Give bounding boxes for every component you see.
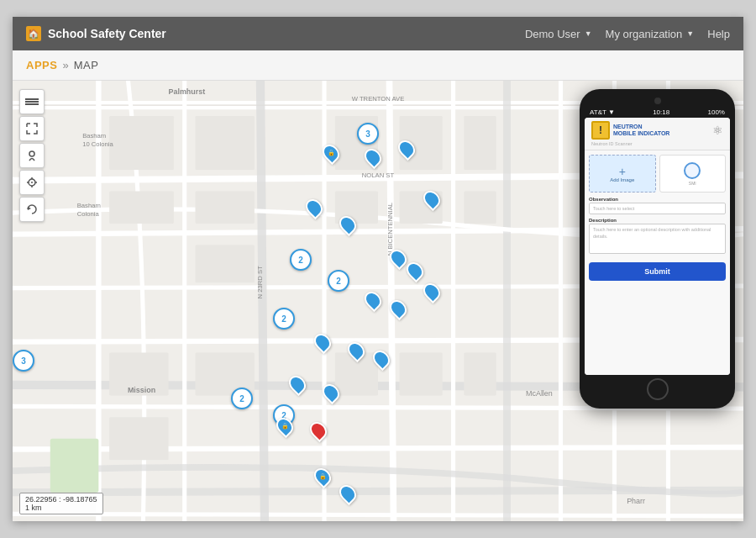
svg-rect-26 [196,192,255,224]
map-marker-4[interactable] [424,190,439,208]
phone-app-title: NEUTRON MOBILE INDICATOR [613,124,669,138]
map-marker-15[interactable] [290,375,305,393]
breadcrumb-apps[interactable]: Apps [26,59,57,71]
map-marker-20[interactable] [340,484,355,503]
description-row: Description Touch here to enter an optio… [589,218,726,254]
house-icon: 🏠 [26,26,41,41]
map-marker-9[interactable] [365,291,381,309]
svg-line-11 [13,514,743,516]
svg-text:Basham: Basham [77,202,101,209]
demo-user-link[interactable]: Demo User ▼ [525,28,592,40]
map-marker-12[interactable] [315,333,330,351]
svg-text:McAllen: McAllen [526,389,553,398]
svg-rect-33 [464,192,496,224]
observation-row: Observation Touch here to select [589,197,726,214]
svg-rect-58 [25,103,39,105]
phone-camera-top [654,98,661,104]
cluster-marker-2c[interactable]: 2 [273,308,295,330]
phone-home-button[interactable] [647,378,669,400]
svg-text:Palmhurst: Palmhurst [169,87,206,96]
phone-app-header-row: ! NEUTRON MOBILE INDICATOR ⚛ [591,121,723,140]
layers-button[interactable] [19,89,45,114]
svg-text:Pharr: Pharr [627,497,645,505]
breadcrumb-bar: Apps » Map [13,50,743,81]
outer-frame: 🏠 School Safety Center Demo User ▼ My or… [0,0,756,538]
nav-bar: 🏠 School Safety Center Demo User ▼ My or… [13,17,743,50]
svg-rect-59 [25,101,39,103]
user-location-button[interactable] [19,143,45,168]
svg-rect-27 [196,245,255,282]
svg-line-15 [260,81,265,521]
svg-text:Basham: Basham [82,132,106,140]
map-marker-10[interactable] [391,299,406,318]
my-organization-link[interactable]: My organization ▼ [606,28,695,40]
phone-subtitle: Neutron ID Scanner [591,141,723,146]
breadcrumb-separator: » [62,59,68,71]
app-title: School Safety Center [48,27,166,40]
map-marker-3[interactable] [399,140,414,158]
svg-point-61 [29,151,34,156]
my-org-dropdown-arrow: ▼ [686,29,694,38]
phone-overlay: AT&T ▼ 10:18 100% ! NEUTRON MOBI [580,89,735,409]
svg-rect-24 [109,192,174,224]
svg-rect-39 [464,352,496,395]
cluster-marker-2a[interactable]: 2 [290,249,312,271]
help-link[interactable]: Help [707,28,730,40]
map-scale-bar: 26.22956 : -98.18765 1 km [19,493,103,514]
svg-rect-35 [109,417,168,460]
map-marker-1[interactable]: 🔒 [323,144,339,162]
svg-rect-32 [464,116,496,170]
app-container: 🏠 School Safety Center Demo User ▼ My or… [13,17,743,521]
observation-label: Observation [589,197,726,202]
phone-time: 10:18 [653,108,669,116]
map-marker-2[interactable] [365,148,381,166]
cluster-marker-2d[interactable]: 2 [231,388,253,409]
map-marker-8[interactable] [407,261,423,280]
nav-bar-left: 🏠 School Safety Center [26,26,166,41]
image-row: + Add Image SMI [589,155,726,193]
svg-point-63 [31,182,33,183]
phone-status-bar: AT&T ▼ 10:18 100% [585,107,730,118]
cluster-marker-2b[interactable]: 2 [328,270,349,292]
cluster-marker-3[interactable]: 3 [357,123,379,145]
map-marker-14[interactable] [374,350,389,368]
description-input[interactable]: Touch here to enter an optional descript… [589,224,726,254]
map-marker-17[interactable]: 🔒 [277,417,292,435]
nav-bar-right: Demo User ▼ My organization ▼ Help [525,28,730,40]
svg-rect-38 [400,352,443,395]
svg-text:W TRENTON AVE: W TRENTON AVE [352,95,405,103]
svg-rect-60 [25,98,39,100]
svg-text:NOLAN ST: NOLAN ST [362,171,395,179]
target-button[interactable] [19,170,45,195]
svg-rect-40 [50,439,99,493]
map-marker-16[interactable] [323,383,339,402]
map-marker-5[interactable] [307,198,322,217]
fullscreen-button[interactable] [19,116,45,141]
add-image-plus-icon: + [619,166,626,177]
observation-input[interactable]: Touch here to select [589,203,726,214]
svg-rect-25 [196,116,255,170]
main-content: W TRENTON AVE NOLAN ST Mission McAllen P… [13,81,743,521]
svg-marker-68 [28,207,31,210]
map-marker-18[interactable] [311,421,326,440]
phone-battery: 100% [708,108,725,116]
smi-area: SMI [659,155,727,193]
map-marker-19[interactable]: 🔒 [315,467,330,486]
map-controls [19,89,45,222]
phone-app-content: + Add Image SMI Observation Tou [585,150,730,375]
map-marker-7[interactable] [391,249,406,267]
refresh-button[interactable] [19,197,45,222]
description-label: Description [589,218,726,223]
submit-button[interactable]: Submit [589,262,726,281]
map-marker-13[interactable] [349,341,364,360]
warning-icon: ! [591,121,610,140]
cluster-marker-3b[interactable]: 3 [13,350,34,372]
add-image-button[interactable]: + Add Image [589,155,656,193]
svg-text:10 Colonia: 10 Colonia [82,140,113,148]
svg-text:Mission: Mission [128,386,155,394]
phone-body: AT&T ▼ 10:18 100% ! NEUTRON MOBI [580,89,735,409]
map-marker-6[interactable] [340,215,355,234]
smi-circle [684,162,701,179]
breadcrumb-current: Map [74,59,99,71]
map-marker-11[interactable] [424,282,439,301]
